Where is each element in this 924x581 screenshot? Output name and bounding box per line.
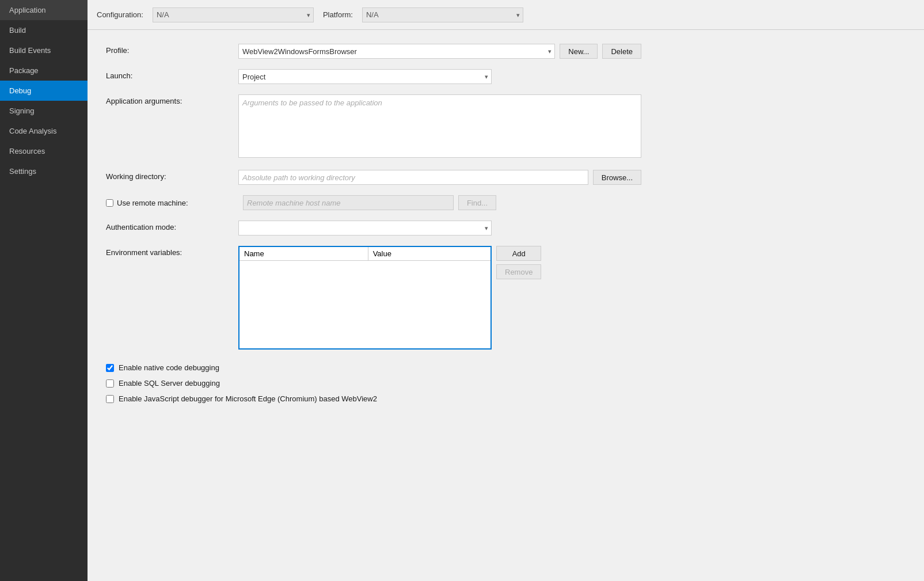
auth-mode-select[interactable] [238, 221, 492, 236]
sql-debug-checkbox[interactable] [106, 379, 114, 388]
env-vars-table: Name Value [238, 246, 492, 350]
remote-host-control: Find... [243, 195, 496, 210]
configuration-select[interactable]: N/A [153, 7, 314, 22]
env-vars-label: Environment variables: [106, 246, 238, 257]
native-debug-checkbox[interactable] [106, 364, 114, 372]
launch-select[interactable]: Project [238, 69, 492, 84]
env-vars-section: Name Value Add [238, 246, 641, 350]
env-name-col-header: Name [239, 246, 368, 261]
launch-select-wrapper: Project [238, 69, 492, 84]
remove-button[interactable]: Remove [496, 264, 541, 279]
sql-debug-label: Enable SQL Server debugging [119, 379, 220, 388]
profile-row: Profile: WebView2WindowsFormsBrowser New… [106, 44, 906, 59]
sidebar-item-package[interactable]: Package [0, 60, 88, 81]
profile-select-group: WebView2WindowsFormsBrowser New... Delet… [238, 44, 641, 59]
launch-label: Launch: [106, 69, 238, 80]
sidebar-item-debug[interactable]: Debug [0, 81, 88, 101]
remote-machine-group: Use remote machine: Find... [106, 195, 906, 210]
native-debug-row: Enable native code debugging [106, 363, 906, 372]
native-debug-label: Enable native code debugging [119, 363, 219, 372]
env-vars-empty-row [239, 261, 491, 350]
profile-label: Profile: [106, 44, 238, 55]
app-args-control [238, 94, 641, 160]
auth-mode-row: Authentication mode: [106, 221, 906, 236]
find-button[interactable]: Find... [458, 195, 496, 210]
launch-control: Project [238, 69, 641, 84]
auth-select-wrapper [238, 221, 492, 236]
env-value-col-header: Value [368, 246, 491, 261]
js-debug-row: Enable JavaScript debugger for Microsoft… [106, 394, 906, 403]
working-dir-row: Working directory: Browse... [106, 170, 906, 185]
content-area: Profile: WebView2WindowsFormsBrowser New… [88, 30, 924, 581]
add-button[interactable]: Add [496, 246, 541, 261]
new-button[interactable]: New... [560, 44, 598, 59]
auth-mode-control [238, 221, 641, 236]
env-buttons-group: Add Remove [496, 246, 541, 279]
app-args-textarea[interactable] [238, 94, 641, 158]
env-vars-row: Environment variables: Name Value [106, 246, 906, 350]
remote-checkbox-label-group: Use remote machine: [106, 199, 238, 207]
working-dir-control: Browse... [238, 170, 641, 185]
remote-machine-row: Use remote machine: Find... [106, 195, 906, 210]
auth-mode-label: Authentication mode: [106, 221, 238, 231]
working-dir-group: Browse... [238, 170, 641, 185]
sidebar-item-settings[interactable]: Settings [0, 161, 88, 181]
sidebar-item-build[interactable]: Build [0, 20, 88, 40]
sidebar-item-code-analysis[interactable]: Code Analysis [0, 121, 88, 141]
use-remote-label: Use remote machine: [117, 199, 188, 207]
platform-select-wrapper: N/A [362, 7, 523, 22]
main-panel: Configuration: N/A Platform: N/A Profile… [88, 0, 924, 581]
sidebar: Application Build Build Events Package D… [0, 0, 88, 581]
sidebar-item-build-events[interactable]: Build Events [0, 40, 88, 60]
sidebar-item-resources[interactable]: Resources [0, 141, 88, 161]
platform-label: Platform: [323, 10, 353, 19]
configuration-select-wrapper: N/A [153, 7, 314, 22]
profile-control: WebView2WindowsFormsBrowser New... Delet… [238, 44, 641, 59]
js-debug-checkbox[interactable] [106, 395, 114, 403]
checkboxes-section: Enable native code debugging Enable SQL … [106, 363, 906, 403]
env-table-wrapper: Name Value [238, 246, 492, 350]
launch-row: Launch: Project [106, 69, 906, 84]
app-args-label: Application arguments: [106, 94, 238, 105]
working-dir-input[interactable] [238, 170, 588, 185]
remote-host-input[interactable] [243, 195, 454, 210]
js-debug-label: Enable JavaScript debugger for Microsoft… [119, 394, 377, 403]
sidebar-item-signing[interactable]: Signing [0, 101, 88, 121]
configuration-label: Configuration: [97, 10, 143, 19]
topbar: Configuration: N/A Platform: N/A [88, 0, 924, 30]
sql-debug-row: Enable SQL Server debugging [106, 379, 906, 388]
app-args-row: Application arguments: [106, 94, 906, 160]
use-remote-checkbox[interactable] [106, 199, 113, 207]
remote-host-group: Find... [243, 195, 496, 210]
working-dir-label: Working directory: [106, 170, 238, 181]
delete-button[interactable]: Delete [602, 44, 641, 59]
sidebar-item-application[interactable]: Application [0, 0, 88, 20]
profile-select-wrapper: WebView2WindowsFormsBrowser [238, 44, 555, 59]
env-vars-control: Name Value Add [238, 246, 641, 350]
platform-select[interactable]: N/A [362, 7, 523, 22]
browse-button[interactable]: Browse... [593, 170, 641, 185]
profile-select[interactable]: WebView2WindowsFormsBrowser [238, 44, 555, 59]
